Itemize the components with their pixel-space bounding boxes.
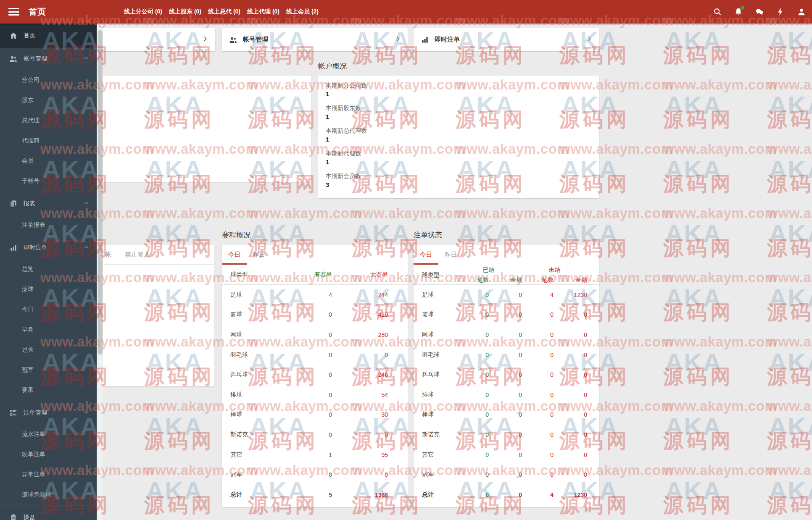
schedule-tab-昨日[interactable]: 昨日	[247, 245, 272, 265]
stat-label: 本期新分公司数	[326, 81, 599, 89]
sidebar-subitem-滚球[interactable]: 滚球	[0, 279, 97, 299]
shortcut-card-label: 即时注单	[435, 36, 460, 44]
bet-status-card: 今日昨日球类型已结未结笔数金额笔数金额足球0041230篮球0000网球0000…	[414, 245, 599, 507]
sidebar-item-报表[interactable]: 报表	[0, 193, 97, 215]
sidebar-subitem-分公司[interactable]: 分公司	[0, 70, 97, 90]
topbar-icons	[713, 7, 806, 16]
stat-block: 本期新股东数1	[318, 103, 599, 126]
bets-table-row: 乒乓球0000	[414, 365, 599, 385]
chevron-right-icon	[395, 36, 401, 44]
stat-block: 本期新总代理数1	[318, 126, 599, 149]
sidebar-subitem-过关[interactable]: 过关	[0, 339, 97, 360]
watermark-tile: www.akaym.comAKA源码网	[663, 77, 767, 134]
stat-label: 本期新会员数	[326, 171, 599, 180]
sidebar-subitem-会员[interactable]: 会员	[0, 150, 97, 171]
sidebar-subitem-赛果[interactable]: 赛果	[0, 380, 97, 400]
watermark-tile: www.akaym.comAKA源码网	[663, 398, 767, 455]
sidebar-subitem-代理商[interactable]: 代理商	[0, 130, 97, 150]
watermark-tile: www.akaym.comAKA源码网	[663, 462, 767, 519]
sidebar-divider	[0, 401, 97, 401]
watermark-tile: www.akaym.comAKA源码网	[767, 462, 812, 519]
schedule-table-row: 篮球0419	[222, 305, 408, 325]
schedule-card: 今日昨日球类型有赛果无赛果足球4244篮球0419网球0280羽毛球00乒乓球0…	[222, 245, 408, 507]
watermark-tile: www.akaym.comAKA源码网	[767, 270, 812, 326]
stat-value: 1	[326, 136, 599, 143]
sidebar-item-label: 注单管理	[24, 409, 47, 417]
topbar: 首页 线上分公司 (0)线上股东 (0)线上总代 (0)线上代理 (0)线上会员…	[0, 0, 812, 24]
notifications-icon[interactable]	[734, 7, 743, 16]
bets-tab-今日[interactable]: 今日	[414, 245, 438, 265]
scrollbar-thumb[interactable]	[98, 30, 103, 355]
sidebar-divider	[0, 192, 97, 192]
stat-block: 本期新会员数3	[318, 171, 599, 194]
chart-icon	[421, 36, 429, 44]
sidebar: 首页帐号管理分公司股东总代理代理商会员子帐号报表注单报表即时注单总览滚球今日早盘…	[0, 24, 97, 520]
schedule-table-row: 其它195	[222, 445, 408, 465]
stat-value: 1	[326, 90, 599, 97]
account-icon[interactable]	[797, 7, 806, 16]
sidebar-subitem-冠军[interactable]: 冠军	[0, 360, 97, 380]
sidebar-subitem-滚球危险球[interactable]: 滚球危险球	[0, 484, 97, 504]
sidebar-subitem-早盘[interactable]: 早盘	[0, 319, 97, 339]
sidebar-subitem-改单注单[interactable]: 改单注单	[0, 444, 97, 464]
schedule-tab-今日[interactable]: 今日	[222, 245, 247, 265]
online-stat: 线上分公司 (0)	[124, 8, 162, 16]
report-icon	[9, 200, 18, 208]
sidebar-item-即时注单[interactable]: 即时注单	[0, 237, 97, 259]
watermark-tile: www.akaym.comAKA源码网	[767, 398, 812, 455]
bets-table-row: 斯诺克0000	[414, 425, 599, 445]
shortcut-card-label: 帐号管理	[243, 36, 268, 44]
stat-value: 1	[326, 158, 599, 165]
bets-table-row: 篮球0000	[414, 305, 599, 325]
sidebar-scrollbar[interactable]: ▲	[97, 24, 103, 520]
shortcut-card-bets[interactable]: 即时注单	[414, 28, 599, 51]
watermark-tile: www.akaym.comAKA源码网	[663, 205, 767, 262]
schedule-table-row: 乒乓球0246	[222, 365, 408, 385]
messages-icon[interactable]	[755, 7, 764, 16]
online-stat: 线上总代 (0)	[208, 8, 240, 16]
bets-tab-昨日[interactable]: 昨日	[438, 245, 463, 265]
sidebar-item-首页[interactable]: 首页	[0, 24, 97, 48]
schedule-heading: 赛程概况	[222, 230, 250, 240]
shortcut-card-account[interactable]: 帐号管理	[222, 28, 408, 51]
tab-forbid-login[interactable]: 禁止登入	[121, 245, 154, 264]
sidebar-divider	[0, 505, 97, 506]
schedule-table-header: 球类型有赛果无赛果	[222, 265, 408, 285]
search-icon[interactable]	[713, 7, 722, 16]
sidebar-item-注单管理[interactable]: 注单管理	[0, 402, 97, 424]
watermark-tile: www.akaym.comAKA源码网	[767, 205, 812, 262]
tab-partial[interactable]: 帐	[102, 245, 115, 264]
schedule-table-row: 冠军00	[222, 465, 408, 485]
clipboard-icon	[9, 513, 18, 520]
sidebar-item-label: 报表	[24, 200, 35, 207]
sidebar-item-帐号管理[interactable]: 帐号管理	[0, 48, 97, 70]
sidebar-subitem-股东[interactable]: 股东	[0, 90, 97, 110]
notification-dot	[741, 6, 744, 10]
sidebar-subitem-流水注单[interactable]: 流水注单	[0, 424, 97, 444]
online-stat: 线上股东 (0)	[169, 8, 201, 16]
stat-label: 本期新总代理数	[326, 126, 599, 135]
stat-value: 1	[326, 113, 599, 120]
sidebar-subitem-注单报表[interactable]: 注单报表	[0, 215, 97, 235]
bets-table-row: 冠军0000	[414, 465, 599, 485]
orders-icon	[9, 409, 18, 417]
sidebar-subitem-今日[interactable]: 今日	[0, 299, 97, 319]
watermark-tile: www.akaym.comAKA源码网	[767, 77, 812, 134]
chevron-right-icon	[202, 36, 208, 44]
home-icon	[9, 32, 18, 40]
schedule-table-row: 足球4244	[222, 285, 408, 305]
bets-table-row: 羽毛球0000	[414, 345, 599, 365]
stat-label: 本期新股东数	[326, 103, 599, 112]
sidebar-subitem-子帐号[interactable]: 子帐号	[0, 171, 97, 191]
sidebar-subitem-总代理[interactable]: 总代理	[0, 110, 97, 130]
flash-icon[interactable]	[776, 7, 785, 16]
sidebar-subitem-总览[interactable]: 总览	[0, 259, 97, 279]
sidebar-subitem-异常注单[interactable]: 异常注单	[0, 464, 97, 484]
sidebar-item-label: 即时注单	[24, 244, 47, 252]
scroll-up-arrow[interactable]: ▲	[97, 24, 103, 29]
stat-block: 本期新分公司数1	[318, 81, 599, 103]
sidebar-item-操盘[interactable]: 操盘	[0, 507, 97, 520]
menu-icon[interactable]	[8, 8, 19, 16]
account-overview-card: 本期新分公司数1本期新股东数1本期新总代理数1本期新代理数1本期新会员数3	[318, 76, 599, 198]
schedule-table-row: 棒球030	[222, 405, 408, 425]
